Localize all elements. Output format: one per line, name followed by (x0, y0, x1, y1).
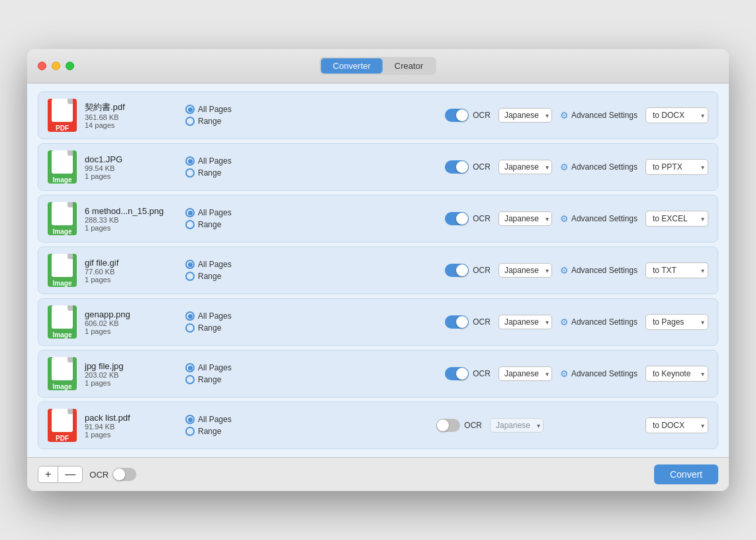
file-name: 契約書.pdf (85, 101, 177, 113)
ocr-label: OCR (473, 317, 491, 327)
tab-creator[interactable]: Creator (383, 58, 435, 74)
gear-icon: ⚙ (560, 265, 569, 276)
format-select-wrapper: to DOCXto PPTXto EXCELto TXTto Pagesto K… (645, 417, 708, 433)
page-options: All PagesRange (185, 415, 252, 436)
file-size: 288.33 KB (85, 216, 177, 224)
range-option[interactable]: Range (185, 427, 252, 436)
toggle-knob (456, 109, 468, 121)
advanced-settings-button[interactable]: ⚙Advanced Settings (560, 213, 638, 224)
range-option[interactable]: Range (185, 220, 252, 229)
range-option[interactable]: Range (185, 168, 252, 178)
language-select[interactable]: Japanese (498, 211, 552, 226)
minimize-button[interactable] (52, 62, 60, 70)
all-pages-radio[interactable] (185, 105, 195, 114)
language-select[interactable]: Japanese (490, 418, 543, 433)
file-row: PDFpack list.pdf91.94 KB1 pagesAll Pages… (38, 402, 718, 449)
all-pages-radio[interactable] (185, 415, 195, 424)
language-select[interactable]: Japanese (498, 263, 552, 278)
tab-converter[interactable]: Converter (321, 58, 383, 74)
language-select[interactable]: Japanese (498, 160, 552, 174)
page-options: All PagesRange (185, 363, 252, 384)
all-pages-option[interactable]: All Pages (185, 415, 252, 424)
toggle-knob (113, 468, 125, 480)
file-info: jpg file.jpg203.02 KB1 pages (85, 361, 177, 387)
all-pages-label: All Pages (198, 156, 232, 166)
advanced-settings-button[interactable]: ⚙Advanced Settings (560, 317, 638, 327)
file-info: gif file.gif77.60 KB1 pages (85, 258, 177, 284)
format-select-wrapper: to DOCXto PPTXto EXCELto TXTto Pagesto K… (645, 366, 708, 382)
range-radio[interactable] (185, 272, 195, 281)
gear-icon: ⚙ (560, 110, 569, 121)
format-select[interactable]: to DOCXto PPTXto EXCELto TXTto Pagesto K… (645, 366, 708, 382)
language-select[interactable]: Japanese (498, 108, 552, 123)
all-pages-radio[interactable] (185, 156, 195, 166)
bottom-ocr-toggle[interactable] (113, 468, 136, 481)
file-size: 606.02 KB (85, 319, 177, 327)
file-info: pack list.pdf91.94 KB1 pages (85, 413, 177, 439)
close-button[interactable] (38, 62, 46, 70)
all-pages-radio[interactable] (185, 311, 195, 321)
toggle-knob (456, 368, 468, 380)
ocr-toggle[interactable] (445, 315, 469, 329)
ocr-toggle[interactable] (445, 367, 469, 380)
file-list: PDF契約書.pdf361.68 KB14 pagesAll PagesRang… (27, 83, 729, 457)
page-options: All PagesRange (185, 260, 252, 281)
format-select[interactable]: to DOCXto PPTXto EXCELto TXTto Pagesto K… (645, 159, 708, 175)
all-pages-radio[interactable] (185, 260, 195, 269)
language-select[interactable]: Japanese (498, 366, 552, 381)
add-file-button[interactable]: + (38, 466, 58, 482)
all-pages-radio[interactable] (185, 208, 195, 217)
range-radio[interactable] (185, 323, 195, 333)
advanced-settings-button[interactable]: ⚙Advanced Settings (560, 162, 638, 172)
maximize-button[interactable] (66, 62, 74, 70)
ocr-toggle[interactable] (445, 212, 469, 225)
all-pages-radio[interactable] (185, 363, 195, 372)
format-select[interactable]: to DOCXto PPTXto EXCELto TXTto Pagesto K… (645, 417, 708, 433)
all-pages-option[interactable]: All Pages (185, 311, 252, 321)
format-select[interactable]: to DOCXto PPTXto EXCELto TXTto Pagesto K… (645, 262, 708, 278)
range-option[interactable]: Range (185, 272, 252, 281)
ocr-toggle[interactable] (436, 419, 460, 432)
ocr-section: OCR (445, 212, 491, 225)
range-radio[interactable] (185, 168, 195, 178)
language-select[interactable]: Japanese (498, 315, 552, 329)
all-pages-option[interactable]: All Pages (185, 208, 252, 217)
all-pages-option[interactable]: All Pages (185, 105, 252, 114)
page-options: All PagesRange (185, 105, 252, 126)
titlebar: Converter Creator (27, 49, 729, 83)
language-select-wrapper: Japanese (498, 315, 552, 329)
range-option[interactable]: Range (185, 323, 252, 333)
format-select-wrapper: to DOCXto PPTXto EXCELto TXTto Pagesto K… (645, 107, 708, 123)
all-pages-label: All Pages (198, 260, 232, 269)
all-pages-option[interactable]: All Pages (185, 363, 252, 372)
all-pages-label: All Pages (198, 311, 232, 321)
all-pages-option[interactable]: All Pages (185, 156, 252, 166)
ocr-label: OCR (473, 162, 491, 172)
all-pages-option[interactable]: All Pages (185, 260, 252, 269)
range-label: Range (198, 323, 221, 333)
convert-button[interactable]: Convert (654, 464, 718, 484)
file-type-label: PDF (56, 435, 69, 442)
toggle-knob (437, 419, 449, 431)
file-name: genapp.png (85, 309, 177, 319)
ocr-section: OCR (436, 419, 482, 432)
advanced-settings-label: Advanced Settings (571, 317, 638, 327)
advanced-settings-button[interactable]: ⚙Advanced Settings (560, 265, 638, 276)
file-size: 99.54 KB (85, 164, 177, 172)
range-radio[interactable] (185, 220, 195, 229)
range-option[interactable]: Range (185, 117, 252, 126)
format-select[interactable]: to DOCXto PPTXto EXCELto TXTto Pagesto K… (645, 211, 708, 227)
range-radio[interactable] (185, 375, 195, 384)
remove-file-button[interactable]: — (58, 466, 82, 482)
format-select[interactable]: to DOCXto PPTXto EXCELto TXTto Pagesto K… (645, 107, 708, 123)
advanced-settings-label: Advanced Settings (571, 266, 638, 275)
format-select[interactable]: to DOCXto PPTXto EXCELto TXTto Pagesto K… (645, 314, 708, 330)
advanced-settings-button[interactable]: ⚙Advanced Settings (560, 110, 638, 121)
ocr-toggle[interactable] (445, 109, 469, 122)
advanced-settings-button[interactable]: ⚙Advanced Settings (560, 368, 638, 379)
range-radio[interactable] (185, 117, 195, 126)
range-option[interactable]: Range (185, 375, 252, 384)
ocr-toggle[interactable] (445, 264, 469, 277)
range-radio[interactable] (185, 427, 195, 436)
ocr-toggle[interactable] (445, 160, 469, 174)
